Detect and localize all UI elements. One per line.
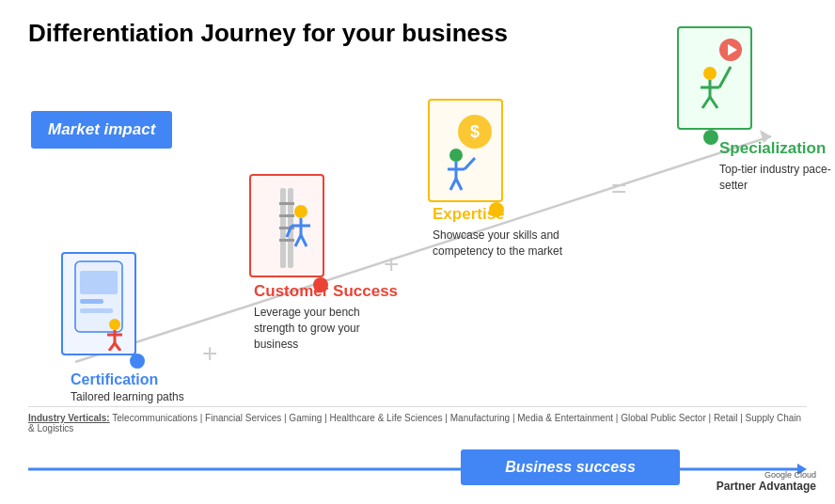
svg-line-38: [702, 97, 710, 108]
svg-point-35: [703, 67, 717, 80]
svg-point-8: [109, 319, 120, 330]
expertise-illustration: $: [433, 103, 498, 197]
svg-line-23: [301, 235, 307, 246]
plus-sign-2: +: [384, 249, 399, 279]
industry-verticals-items: Telecommunications | Financial Services …: [28, 413, 801, 433]
customer-success-illustration: [254, 179, 320, 273]
svg-line-0: [75, 136, 771, 362]
svg-point-19: [294, 205, 307, 218]
svg-rect-16: [279, 214, 294, 217]
google-cloud-line1: Google Cloud: [717, 470, 816, 480]
main-container: Differentiation Journey for your busines…: [0, 0, 835, 504]
svg-line-39: [710, 97, 717, 108]
svg-line-31: [456, 179, 462, 190]
svg-rect-15: [279, 202, 294, 205]
svg-line-12: [115, 343, 120, 351]
certification-dot: [130, 354, 145, 369]
customer-success-card: [249, 174, 324, 277]
svg-rect-7: [80, 308, 113, 313]
specialization-desc: Top-tier industry pace-setter: [719, 162, 835, 194]
industry-verticals-bar: Industry Verticals: Telecommunications |…: [28, 406, 807, 433]
svg-line-32: [465, 158, 475, 169]
industry-verticals-label: Industry Verticals:: [28, 413, 110, 423]
svg-point-27: [449, 149, 463, 162]
specialization-label: Specialization Top-tier industry pace-se…: [719, 139, 835, 194]
specialization-title: Specialization: [719, 139, 835, 158]
google-cloud-logo: Google Cloud Partner Advantage: [717, 470, 816, 493]
certification-card: [61, 252, 136, 355]
certification-illustration: [66, 257, 132, 351]
equals-sign: =: [611, 174, 626, 204]
certification-desc: Tailored learning paths: [71, 390, 184, 403]
certification-label: Certification Tailored learning paths: [71, 371, 184, 403]
customer-success-desc: Leverage your bench strength to grow you…: [254, 305, 395, 352]
customer-success-title: Customer Success: [254, 282, 398, 301]
google-cloud-line2: Partner Advantage: [717, 480, 816, 493]
specialization-illustration: [682, 31, 748, 125]
customer-success-label: Customer Success Leverage your bench str…: [254, 282, 398, 353]
svg-rect-5: [80, 271, 118, 294]
specialization-card: [677, 26, 752, 130]
svg-line-30: [450, 179, 456, 190]
plus-sign-1: +: [202, 339, 217, 369]
svg-line-40: [719, 67, 731, 87]
market-impact-badge: Market impact: [31, 111, 172, 149]
expertise-desc: Showcase your skills and competency to t…: [433, 228, 574, 260]
business-success-badge: Business success: [461, 449, 680, 485]
expertise-card: $: [428, 99, 503, 202]
svg-rect-18: [279, 239, 294, 242]
specialization-dot: [703, 130, 718, 145]
certification-title: Certification: [71, 371, 184, 388]
svg-text:$: $: [470, 122, 480, 141]
expertise-label: Expertise Showcase your skills and compe…: [433, 205, 574, 260]
expertise-title: Expertise: [433, 205, 574, 224]
svg-rect-6: [80, 299, 103, 304]
svg-line-22: [295, 235, 301, 246]
